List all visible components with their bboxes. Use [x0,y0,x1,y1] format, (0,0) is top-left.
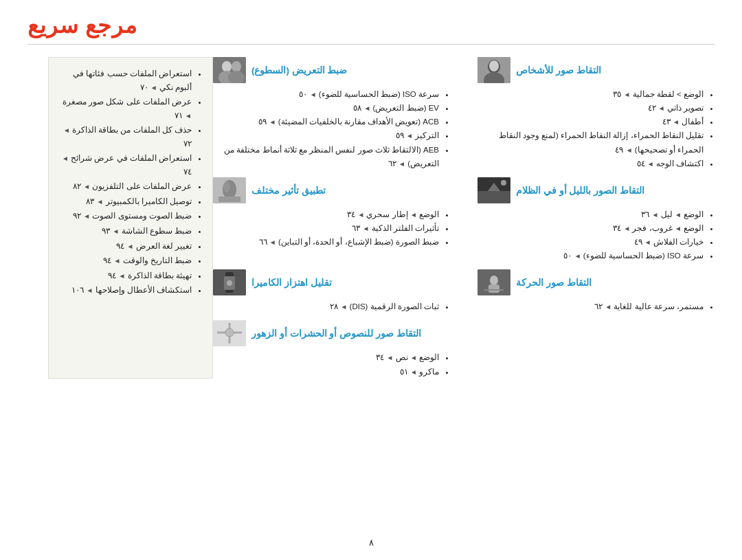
night-title: التقاط الصور بالليل أو في الظلام [516,185,644,196]
svg-point-3 [489,60,499,71]
stabilize-section: تقليل اهتزاز الكاميرا ثبات الصورة الرقمي… [213,269,464,313]
list-item: ثبات الصورة الرقمية (DIS) ◄ ٢٨ [213,300,439,313]
exposure-list: سرعة ISO (ضبط الحساسية للضوء) ◄ ٥٠ EV (ض… [213,87,450,170]
portrait-title: التقاط صور للأشخاص [516,65,601,76]
svg-rect-10 [477,191,510,203]
list-item: تهيئة بطاقة الذاكرة ◄ ٩٤ [58,269,192,283]
macro-list: الوضع ◄ نص ◄ ٣٤ ماكرو ◄ ٥١ [213,350,450,378]
list-item: تصوير ذاتي ◄ ٤٢ [477,101,704,115]
page-number: ٨ [369,537,374,548]
sidebar: استعراض الملفات حسب فئاتها في ألبوم نكي … [48,57,213,379]
action-list: مستمر، سرعة عالية للغاية ◄ ٦٢ [477,300,715,313]
list-item: عرض الملفات على شكل صور مصغرة ◄ ٧١ [58,96,192,122]
list-item: ضبط الصوت ومستوى الصوت ◄ ٩٢ [58,210,192,223]
macro-header: التقاط صور للنصوص أو الحشرات أو الزهور [213,320,450,346]
list-item: الوضع > لقطة جمالية ◄ ٣٥ [477,87,704,101]
portrait-thumb [477,57,510,83]
exposure-section: ضبط التعريض (السطوع) سرعة [213,57,464,170]
list-item: ضبط الصورة (ضبط الإشباع، أو الحدة، أو ال… [213,235,439,249]
portrait-header: التقاط صور للأشخاص [477,57,715,83]
top-row: التقاط صور للأشخاص الوضع > لقطة جمالية ◄… [213,57,715,170]
list-item: أطفال ◄ ٤٣ [477,115,704,128]
effect-list: الوضع ◄ إطار سحري ◄ ٣٤ تأثيرات الفلتر ال… [213,208,450,249]
third-row: التقاط صور الحركة مستمر، سرعة عالية للغا… [213,269,715,313]
list-item: الوضع ◄ ليل ◄ ٣٦ [477,208,704,221]
action-title: التقاط صور الحركة [516,277,592,288]
macro-placeholder [464,320,715,378]
portrait-list: الوضع > لقطة جمالية ◄ ٣٥ تصوير ذاتي ◄ ٤٢… [477,87,715,170]
macro-title: التقاط صور للنصوص أو الحشرات أو الزهور [251,328,421,339]
svg-point-24 [227,280,232,286]
night-list: الوضع ◄ ليل ◄ ٣٦ الوضع ◄ غروب، فجر ◄ ٣٤ … [477,208,715,263]
list-item: ضبط سطوع الشاشة ◄ ٩٣ [58,225,192,238]
night-thumb [477,177,510,203]
effect-thumb-svg [213,177,246,203]
night-thumb-svg [477,177,510,203]
action-thumb [477,269,510,295]
svg-point-5 [222,61,232,72]
list-item: AEB (الالتقاط ثلاث صور لنفس المنظر مع ثل… [213,143,439,170]
fourth-row: التقاط صور للنصوص أو الحشرات أو الزهور ا… [213,320,715,378]
main-content: استعراض الملفات حسب فئاتها في ألبوم نكي … [0,45,742,379]
list-item: ACB (تعويض الأهداف مقارنة بالخلفيات المض… [213,115,439,128]
svg-point-18 [490,276,498,285]
list-item: الوضع ◄ إطار سحري ◄ ٣٤ [213,208,439,221]
second-row: التقاط الصور بالليل أو في الظلام الوضع ◄… [213,177,715,263]
stabilize-header: تقليل اهتزاز الكاميرا [213,269,450,295]
action-thumb-svg [477,269,510,295]
list-item: استكشاف الأعطال وإصلاحها ◄ ١٠٦ [58,284,192,298]
night-section: التقاط الصور بالليل أو في الظلام الوضع ◄… [464,177,715,263]
night-header: التقاط الصور بالليل أو في الظلام [477,177,715,203]
list-item: تقليل النقاط الحمراء، إزالة النقاط الحمر… [477,128,704,156]
action-header: التقاط صور الحركة [477,269,715,295]
svg-point-12 [501,180,506,186]
macro-section: التقاط صور للنصوص أو الحشرات أو الزهور ا… [213,320,464,378]
list-item: حذف كل الملفات من بطاقة الذاكرة ◄ ٧٢ [58,124,192,150]
header: مرجع سريع [0,0,742,38]
list-item: خيارات الفلاش ◄ ٤٩ [477,235,704,249]
list-item: التركيز ◄ ٥٩ [213,128,439,142]
list-item: ضبط التاريخ والوقت ◄ ٩٤ [58,254,192,268]
stabilize-thumb [213,269,246,295]
svg-point-28 [225,328,234,337]
exposure-thumb [213,57,246,83]
list-item: سرعة ISO (ضبط الحساسية للضوء) ◄ ٥٠ [477,249,704,262]
macro-thumb-svg [213,320,246,346]
svg-rect-19 [488,284,499,293]
list-item: ماكرو ◄ ٥١ [213,365,439,379]
effect-header: تطبيق تأثير مختلف [213,177,450,203]
list-item: مستمر، سرعة عالية للغاية ◄ ٦٢ [477,300,704,313]
effect-section: تطبيق تأثير مختلف الوضع ◄ إطار سحري ◄ ٣٤ [213,177,464,263]
list-item: سرعة ISO (ضبط الحساسية للضوء) ◄ ٥٠ [213,87,439,101]
list-item: عرض الملفات على التلفزيون ◄ ٨٢ [58,180,192,194]
effect-title: تطبيق تأثير مختلف [251,185,326,196]
list-item: الوضع ◄ نص ◄ ٣٤ [213,350,439,364]
effect-thumb [213,177,246,203]
sidebar-list: استعراض الملفات حسب فئاتها في ألبوم نكي … [58,67,203,298]
exposure-title: ضبط التعريض (السطوع) [251,65,348,76]
list-item: اكتشاف الوجه ◄ ٥٤ [477,157,704,170]
content-area: التقاط صور للأشخاص الوضع > لقطة جمالية ◄… [213,57,715,379]
svg-point-7 [232,61,241,72]
macro-thumb [213,320,246,346]
list-item: EV (ضبط التعريض) ◄ ٥٨ [213,101,439,115]
svg-rect-16 [218,197,240,202]
stabilize-thumb-svg [213,269,246,295]
action-section: التقاط صور الحركة مستمر، سرعة عالية للغا… [464,269,715,313]
exposure-header: ضبط التعريض (السطوع) [213,57,450,83]
portrait-section: التقاط صور للأشخاص الوضع > لقطة جمالية ◄… [464,57,715,170]
list-item: تأثيرات الفلتر الذكية ◄ ٦٣ [213,221,439,235]
page: مرجع سريع استعراض الملفات حسب فئاتها في … [0,0,742,560]
list-item: استعراض الملفات حسب فئاتها في ألبوم نكي … [58,67,192,94]
svg-point-15 [223,181,230,192]
list-item: تغيير لغة العرض ◄ ٩٤ [58,240,192,254]
exposure-thumb-svg [213,57,246,83]
portrait-thumb-svg [477,57,510,83]
stabilize-list: ثبات الصورة الرقمية (DIS) ◄ ٢٨ [213,300,450,313]
list-item: الوضع ◄ غروب، فجر ◄ ٣٤ [477,221,704,235]
list-item: استعراض الملفات في عرض شرائح ◄ ٧٤ [58,152,192,179]
list-item: توصيل الكاميرا بالكمبيوتر ◄ ٨٣ [58,195,192,209]
stabilize-title: تقليل اهتزاز الكاميرا [251,277,332,288]
page-title: مرجع سريع [27,12,715,38]
